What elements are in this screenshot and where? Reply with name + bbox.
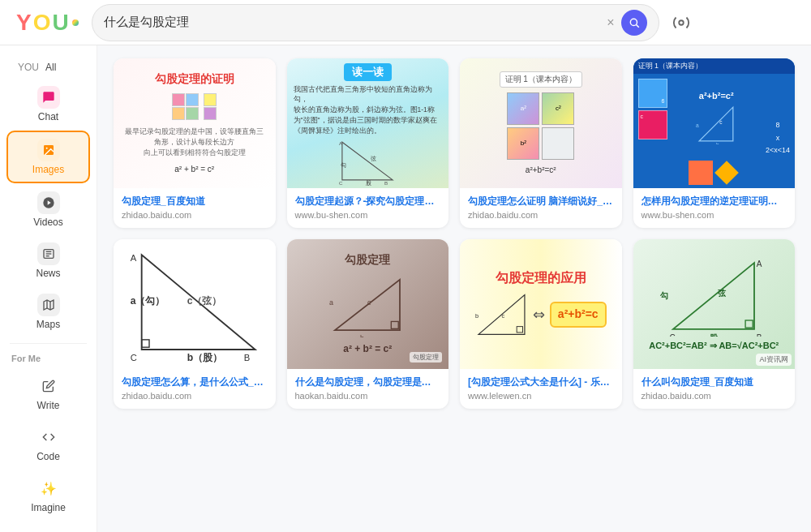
svg-rect-43 bbox=[745, 320, 753, 328]
sidebar-divider bbox=[10, 343, 87, 344]
card1-url: zhidao.baidu.com bbox=[122, 210, 268, 220]
header: Y O U × bbox=[0, 0, 811, 45]
sidebar-label-write: Write bbox=[37, 400, 60, 411]
card7-url: www.lelewen.cn bbox=[468, 391, 614, 401]
svg-text:B: B bbox=[243, 353, 249, 363]
svg-text:C: C bbox=[130, 353, 136, 363]
card3-info: 勾股定理怎么证明 脑洋细说好_百度知道 zhidao.baidu.com bbox=[460, 188, 622, 228]
logo-y: Y bbox=[16, 10, 32, 36]
card1-img-title: 勾股定理的证明 bbox=[155, 71, 234, 88]
card2-text: 我国古代把直角三角形中较短的直角边称为勾，较长的直角边称为股，斜边称为弦。图1-… bbox=[294, 84, 443, 136]
logo-dot bbox=[72, 19, 79, 26]
sidebar-label-videos: Videos bbox=[33, 217, 62, 228]
svg-text:B: B bbox=[757, 333, 762, 337]
sidebar-item-all[interactable]: YOU All bbox=[6, 57, 90, 78]
svg-rect-34 bbox=[392, 322, 399, 329]
card6-info: 什么是勾股定理，勾股定理是怎么算出来的，你会了吗_好看视频 haokan.bai… bbox=[287, 369, 449, 409]
content-area: 勾股定理的证明 bbox=[97, 45, 811, 532]
svg-marker-42 bbox=[673, 263, 754, 329]
card6-url: haokan.baidu.com bbox=[295, 391, 441, 401]
image-card-2[interactable]: 读一读 我国古代把直角三角形中较短的直角边称为勾，较长的直角边称为股，斜边称为弦… bbox=[287, 58, 449, 228]
card6-title: 什么是勾股定理，勾股定理是怎么算出来的，你会了吗_好看视频 bbox=[295, 375, 441, 389]
image-area-8: 勾 股 弦 C B A AC²+BC²=AB² ⇒ AB=√AC²+BC² AI… bbox=[633, 239, 796, 369]
svg-text:勾: 勾 bbox=[659, 291, 668, 300]
svg-text:C: C bbox=[339, 181, 343, 187]
svg-text:b: b bbox=[716, 141, 719, 144]
card3-label: 证明 1（课本内容） bbox=[500, 71, 582, 88]
svg-text:b: b bbox=[360, 335, 364, 338]
search-bar: × bbox=[92, 4, 659, 41]
image-card-5[interactable]: b（股） a（勾） c（弦） C B A 勾股定理怎么算，是什么公 bbox=[114, 239, 276, 409]
card6-watermark: 勾股定理 bbox=[410, 352, 442, 363]
image-area-7: 勾股定理的应用 b c ⇔ a²+b²=c bbox=[460, 239, 622, 369]
image-card-8[interactable]: 勾 股 弦 C B A AC²+BC²=AB² ⇒ AB=√AC²+BC² AI… bbox=[633, 239, 796, 409]
svg-marker-14 bbox=[342, 143, 393, 181]
logo[interactable]: Y O U bbox=[16, 10, 79, 36]
image-card-4[interactable]: 证明 1（课本内容） 6 c a²+b²=c bbox=[633, 58, 796, 228]
card5-url: zhidao.baidu.com bbox=[122, 391, 268, 401]
svg-text:B: B bbox=[384, 181, 388, 187]
card1-info: 勾股定理_百度知道 zhidao.baidu.com bbox=[114, 188, 276, 228]
sidebar-label-code: Code bbox=[36, 451, 60, 462]
card7-formula-box: a²+b²=c bbox=[550, 302, 607, 328]
filter-button[interactable] bbox=[672, 14, 690, 32]
card2-read-label: 读一读 bbox=[344, 63, 392, 81]
image-area-5: b（股） a（勾） c（弦） C B A bbox=[114, 239, 276, 369]
svg-point-4 bbox=[45, 148, 47, 149]
card2-title: 勾股定理起源？-探究勾股定理的起源写一篇议论文 bbox=[295, 195, 441, 208]
card2-url: www.bu-shen.com bbox=[295, 210, 441, 220]
card4-url: www.bu-shen.com bbox=[642, 210, 787, 220]
image-card-3[interactable]: 证明 1（课本内容） a² c² b² a²+b²=c² 勾股定理怎么证明 脑洋… bbox=[460, 58, 622, 228]
image-card-7[interactable]: 勾股定理的应用 b c ⇔ a²+b²=c bbox=[460, 239, 622, 409]
card8-title: 什么叫勾股定理_百度知道 bbox=[642, 375, 787, 389]
card4-triangle-svg: a b c bbox=[696, 104, 736, 144]
card8-watermark: AI资讯网 bbox=[756, 354, 792, 366]
sidebar: YOU All Chat Images Videos News bbox=[0, 45, 97, 532]
sidebar-item-write[interactable]: Write bbox=[6, 368, 90, 418]
svg-rect-32 bbox=[141, 340, 148, 347]
image-area-2: 读一读 我国古代把直角三角形中较短的直角边称为勾，较长的直角边称为股，斜边称为弦… bbox=[287, 58, 449, 188]
card8-url: zhidao.baidu.com bbox=[642, 391, 787, 401]
card4-info: 怎样用勾股定理的逆定理证明直角三角形·证明勾股定理的逆定理 www.bu-she… bbox=[633, 188, 796, 228]
image-card-6[interactable]: 勾股定理 b a c a² + b² = c² 勾股定理 什么是勾股定理，勾股 bbox=[287, 239, 449, 409]
svg-text:A: A bbox=[757, 260, 762, 268]
sidebar-item-news[interactable]: News bbox=[6, 236, 90, 285]
svg-text:a（勾）: a（勾） bbox=[130, 295, 165, 307]
card8-info: 什么叫勾股定理_百度知道 zhidao.baidu.com bbox=[633, 369, 796, 409]
write-icon bbox=[37, 375, 60, 397]
card7-info: [勾股定理公式大全是什么] - 乐乐何答 www.lelewen.cn bbox=[460, 369, 622, 409]
sidebar-item-maps[interactable]: Maps bbox=[6, 287, 90, 337]
sidebar-item-chat[interactable]: Chat bbox=[6, 79, 90, 129]
sidebar-item-code[interactable]: Code bbox=[6, 419, 90, 469]
code-icon bbox=[37, 426, 60, 448]
svg-text:b: b bbox=[475, 312, 478, 320]
svg-text:a: a bbox=[329, 298, 333, 307]
svg-text:勾: 勾 bbox=[341, 163, 346, 169]
card6-title-text: 勾股定理 bbox=[345, 252, 390, 268]
sidebar-item-study[interactable]: Study bbox=[6, 521, 90, 532]
news-icon bbox=[37, 242, 60, 265]
card1-title: 勾股定理_百度知道 bbox=[122, 195, 268, 208]
svg-marker-21 bbox=[699, 107, 733, 141]
svg-text:a: a bbox=[696, 122, 699, 128]
sidebar-item-videos[interactable]: Videos bbox=[6, 185, 90, 234]
card5-title: 勾股定理怎么算，是什么公式_百度知道 bbox=[122, 375, 268, 389]
search-button[interactable] bbox=[621, 10, 647, 36]
card8-svg: 勾 股 弦 C B A bbox=[657, 255, 770, 337]
card1-formula: a² + b² = c² bbox=[174, 164, 214, 175]
sidebar-item-imagine[interactable]: ✨ Imagine bbox=[6, 470, 90, 520]
for-me-label: For Me bbox=[0, 350, 97, 367]
chat-icon bbox=[37, 86, 60, 109]
card5-triangle-svg: b（股） a（勾） c（弦） C B A bbox=[126, 247, 264, 361]
search-input[interactable] bbox=[104, 15, 601, 29]
card4-header: 证明 1（课本内容） bbox=[633, 58, 796, 74]
clear-button[interactable]: × bbox=[607, 16, 614, 29]
sidebar-label-chat: Chat bbox=[38, 111, 58, 122]
svg-text:c: c bbox=[501, 312, 504, 320]
svg-text:c: c bbox=[719, 119, 723, 125]
card2-triangle-svg: 勾 股 弦 B A C bbox=[339, 139, 396, 183]
image-area-4: 证明 1（课本内容） 6 c a²+b²=c bbox=[633, 58, 796, 188]
sidebar-label-images: Images bbox=[32, 164, 64, 175]
sidebar-item-images[interactable]: Images bbox=[6, 131, 90, 183]
image-card-1[interactable]: 勾股定理的证明 bbox=[114, 58, 276, 228]
